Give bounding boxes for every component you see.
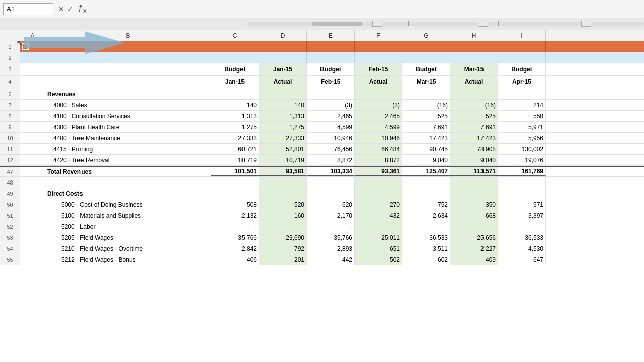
cell-e6[interactable] [307,88,355,99]
cell-d12[interactable]: 10,719 [259,155,307,165]
cell-h47[interactable]: 113,571 [450,167,498,176]
cell-a7[interactable] [20,100,45,110]
cell-h7[interactable]: (16) [450,100,498,110]
cell-b53[interactable]: 5205 · Field Wages [45,232,211,243]
cell-d47[interactable]: 93,581 [259,167,307,176]
cell-a10[interactable] [20,133,45,143]
cell-b47[interactable]: Total Revenues [45,167,211,176]
cell-g53[interactable]: 36,533 [403,232,450,243]
cell-c8[interactable]: 1,313 [211,111,259,121]
cell-f49[interactable] [355,188,403,199]
cell-e1[interactable] [307,41,355,52]
cell-b55[interactable]: 5212 · Field Wages - Bonus [45,254,211,265]
col-header-i[interactable]: I [498,30,546,41]
cell-a12[interactable] [20,155,45,165]
cell-e4[interactable]: Feb-15 [307,76,355,88]
cell-c50[interactable]: 508 [211,199,259,210]
cell-c10[interactable]: 27,333 [211,133,259,143]
cell-g6[interactable] [403,88,450,99]
cell-f10[interactable]: 10,946 [355,133,403,143]
cell-i12[interactable]: 19,076 [498,155,546,165]
cell-a54[interactable] [20,243,45,254]
cell-b52[interactable]: 5200 · Labor [45,221,211,232]
cell-b4[interactable] [45,76,211,88]
cell-b10[interactable]: 4400 · Tree Maintenance [45,133,211,143]
cell-i2[interactable] [498,52,546,63]
cell-i1[interactable] [498,41,546,52]
cell-g1[interactable] [403,41,450,52]
cell-f9[interactable]: 4,599 [355,122,403,132]
cell-a50[interactable] [20,199,45,210]
cell-g50[interactable]: 752 [403,199,450,210]
cell-h49[interactable] [450,188,498,199]
scroll-minus-1[interactable]: — [372,21,382,27]
cell-i48[interactable] [498,177,546,188]
cell-f11[interactable]: 66,484 [355,144,403,154]
cell-a6[interactable] [20,88,45,99]
cell-i50[interactable]: 971 [498,199,546,210]
cell-f4[interactable]: Actual [355,76,403,88]
cell-h6[interactable] [450,88,498,99]
cancel-icon[interactable]: ✕ [58,5,64,13]
cell-b11[interactable]: 4415 · Pruning [45,144,211,154]
cell-f51[interactable]: 432 [355,210,403,221]
cell-e8[interactable]: 2,465 [307,111,355,121]
cell-a11[interactable] [20,144,45,154]
cell-f1[interactable] [355,41,403,52]
cell-e7[interactable]: (3) [307,100,355,110]
cell-h50[interactable]: 350 [450,199,498,210]
cell-a51[interactable] [20,210,45,221]
cell-d53[interactable]: 23,690 [259,232,307,243]
cell-c54[interactable]: 2,842 [211,243,259,254]
cell-i55[interactable]: 647 [498,254,546,265]
cell-h8[interactable]: 525 [450,111,498,121]
cell-i54[interactable]: 4,530 [498,243,546,254]
cell-d8[interactable]: 1,313 [259,111,307,121]
cell-d54[interactable]: 792 [259,243,307,254]
cell-i52[interactable]: - [498,221,546,232]
cell-c51[interactable]: 2,132 [211,210,259,221]
cell-e47[interactable]: 103,334 [307,167,355,176]
cell-f53[interactable]: 25,011 [355,232,403,243]
cell-h55[interactable]: 409 [450,254,498,265]
cell-h54[interactable]: 2,227 [450,243,498,254]
col-header-d[interactable]: D [259,30,307,41]
cell-e3[interactable]: Budget [307,63,355,75]
cell-e2[interactable] [307,52,355,63]
cell-h52[interactable]: - [450,221,498,232]
cell-a4[interactable] [20,76,45,88]
cell-h48[interactable] [450,177,498,188]
cell-f7[interactable]: (3) [355,100,403,110]
cell-g3[interactable]: Budget [403,63,450,75]
cell-i9[interactable]: 5,971 [498,122,546,132]
cell-b50[interactable]: 5000 · Cost of Doing Business [45,199,211,210]
cell-c3[interactable]: Budget [211,63,259,75]
cell-c9[interactable]: 1,275 [211,122,259,132]
cell-c7[interactable]: 140 [211,100,259,110]
cell-d11[interactable]: 52,801 [259,144,307,154]
cell-h10[interactable]: 17,423 [450,133,498,143]
cell-i11[interactable]: 130,002 [498,144,546,154]
cell-g8[interactable]: 525 [403,111,450,121]
cell-i8[interactable]: 550 [498,111,546,121]
cell-b3[interactable] [45,63,211,75]
cell-g49[interactable] [403,188,450,199]
cell-i10[interactable]: 5,956 [498,133,546,143]
cell-g51[interactable]: 2,634 [403,210,450,221]
formula-input[interactable] [97,3,641,15]
cell-g10[interactable]: 17,423 [403,133,450,143]
cell-c55[interactable]: 406 [211,254,259,265]
scroll-minus-2[interactable]: — [478,21,488,27]
cell-h51[interactable]: 668 [450,210,498,221]
cell-b12[interactable]: 4420 · Tree Removal [45,155,211,165]
cell-f8[interactable]: 2,465 [355,111,403,121]
cell-f47[interactable]: 93,361 [355,167,403,176]
cell-e49[interactable] [307,188,355,199]
cell-f55[interactable]: 502 [355,254,403,265]
cell-d9[interactable]: 1,275 [259,122,307,132]
col-header-f[interactable]: F [355,30,403,41]
cell-h53[interactable]: 25,656 [450,232,498,243]
cell-i3[interactable]: Budget [498,63,546,75]
cell-i53[interactable]: 36,533 [498,232,546,243]
cell-g11[interactable]: 90,745 [403,144,450,154]
